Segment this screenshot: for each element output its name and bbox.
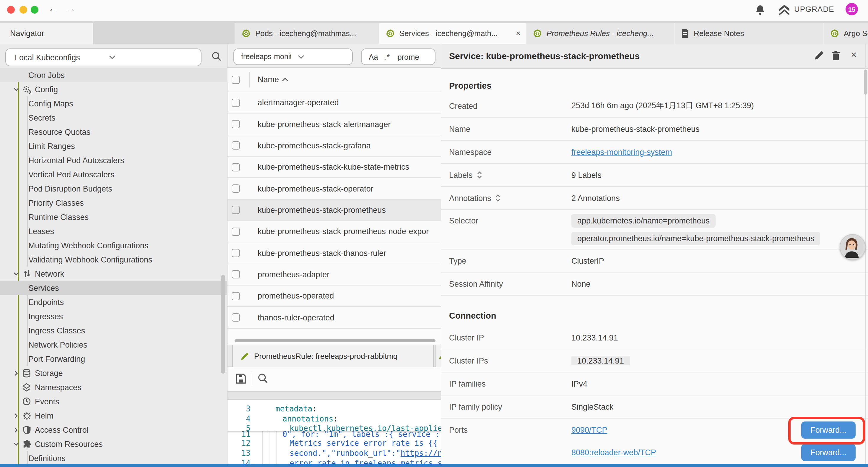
edit-pencil-icon[interactable] bbox=[814, 51, 824, 60]
sidebar-search-icon[interactable] bbox=[212, 52, 222, 61]
notification-count-badge[interactable]: 15 bbox=[845, 3, 858, 16]
sidebar-item-access-control[interactable]: Access Control bbox=[0, 423, 227, 437]
kubeconfig-selector[interactable]: Local Kubeconfigs bbox=[5, 49, 202, 66]
forward-button[interactable]: Forward... bbox=[801, 444, 856, 461]
sidebar-item-runtime-classes[interactable]: Runtime Classes bbox=[0, 210, 227, 224]
row-checkbox[interactable] bbox=[231, 98, 240, 107]
chevron-right-icon[interactable] bbox=[13, 370, 20, 376]
panel-scrollbar-thumb[interactable] bbox=[864, 70, 867, 95]
sidebar-item-network-policies[interactable]: Network Policies bbox=[0, 338, 227, 352]
yaml-editor[interactable]: 3metadata:4annotations:5kubectl.kubernet… bbox=[227, 400, 441, 465]
back-button[interactable]: ← bbox=[46, 3, 60, 15]
table-row[interactable]: kube-prometheus-stack-alertmanager bbox=[227, 114, 441, 135]
row-checkbox[interactable] bbox=[231, 227, 240, 236]
sidebar-item-namespaces[interactable]: Namespaces bbox=[0, 380, 227, 394]
row-checkbox[interactable] bbox=[231, 292, 240, 300]
row-checkbox[interactable] bbox=[231, 184, 240, 193]
tab-prometheus-rules-icecheng[interactable]: Prometheus Rules - icecheng... bbox=[526, 23, 675, 44]
sidebar-item-port-forwarding[interactable]: Port Forwarding bbox=[0, 352, 227, 366]
sidebar-item-vertical-pod-autoscalers[interactable]: Vertical Pod Autoscalers bbox=[0, 167, 227, 181]
tab-services-icecheng-math[interactable]: Services - icecheng@math...× bbox=[379, 23, 526, 44]
sidebar-item-mutating-webhook-configurations[interactable]: Mutating Webhook Configurations bbox=[0, 238, 227, 253]
sidebar-item-cron-jobs[interactable]: Cron Jobs bbox=[0, 68, 227, 82]
port-link[interactable]: 9090/TCP bbox=[571, 425, 608, 434]
row-checkbox[interactable] bbox=[231, 120, 240, 128]
zoom-window-button[interactable] bbox=[31, 6, 38, 13]
expand-toggle-icon[interactable] bbox=[495, 194, 501, 202]
sidebar-item-services[interactable]: Services bbox=[0, 281, 227, 295]
sort-ascending-icon[interactable] bbox=[282, 78, 288, 82]
forward-button[interactable]: Forward... bbox=[801, 421, 856, 438]
sidebar-item-network[interactable]: Network bbox=[0, 267, 227, 281]
table-row[interactable]: kube-prometheus-stack-grafana bbox=[227, 135, 441, 157]
sidebar-item-validating-webhook-configurations[interactable]: Validating Webhook Configurations bbox=[0, 253, 227, 267]
notifications-bell-icon[interactable] bbox=[755, 5, 765, 16]
sidebar-item-events[interactable]: Events bbox=[0, 394, 227, 408]
sidebar-item-ingresses[interactable]: Ingresses bbox=[0, 309, 227, 323]
sidebar-item-leases[interactable]: Leases bbox=[0, 224, 227, 238]
sidebar-item-definitions[interactable]: Definitions bbox=[0, 451, 227, 465]
table-row[interactable]: kube-prometheus-stack-kube-state-metrics bbox=[227, 157, 441, 178]
chevron-down-icon[interactable] bbox=[13, 441, 20, 447]
table-row[interactable]: alertmanager-operated bbox=[227, 92, 441, 114]
name-column-header[interactable]: Name bbox=[258, 75, 279, 84]
chevron-down-icon[interactable] bbox=[13, 270, 20, 277]
close-icon[interactable]: × bbox=[851, 49, 857, 61]
table-row[interactable]: kube-prometheus-stack-prometheus-node-ex… bbox=[227, 221, 441, 243]
upgrade-icon[interactable] bbox=[779, 4, 790, 16]
table-row[interactable]: kube-prometheus-stack-prometheus bbox=[227, 200, 441, 221]
property-value-link[interactable]: freeleaps-monitoring-system bbox=[571, 147, 672, 156]
editor-search-icon[interactable] bbox=[258, 373, 268, 384]
delete-trash-icon[interactable] bbox=[831, 51, 840, 61]
table-horizontal-scrollbar[interactable] bbox=[235, 339, 435, 342]
regex-toggle[interactable]: .* bbox=[384, 52, 390, 61]
table-row[interactable]: prometheus-operated bbox=[227, 286, 441, 307]
upgrade-label[interactable]: UPGRADE bbox=[794, 5, 834, 13]
sidebar-item-config[interactable]: Config bbox=[0, 82, 227, 96]
editor-tab-partial[interactable] bbox=[435, 345, 441, 367]
close-window-button[interactable] bbox=[7, 6, 15, 13]
table-row[interactable]: kube-prometheus-stack-thanos-ruler bbox=[227, 243, 441, 264]
row-checkbox[interactable] bbox=[231, 313, 240, 322]
sidebar-item-limit-ranges[interactable]: Limit Ranges bbox=[0, 139, 227, 153]
tab-argo-se[interactable]: Argo Se bbox=[823, 23, 868, 44]
chevron-right-icon[interactable] bbox=[13, 412, 20, 419]
table-row[interactable]: thanos-ruler-operated bbox=[227, 307, 441, 329]
expand-toggle-icon[interactable] bbox=[477, 171, 482, 179]
chevron-right-icon[interactable] bbox=[13, 427, 20, 433]
navigator-tab[interactable]: Navigator bbox=[0, 23, 93, 44]
table-row[interactable]: prometheus-adapter bbox=[227, 264, 441, 286]
row-checkbox[interactable] bbox=[231, 142, 240, 150]
sidebar-item-horizontal-pod-autoscalers[interactable]: Horizontal Pod Autoscalers bbox=[0, 153, 227, 167]
sidebar-item-config-maps[interactable]: Config Maps bbox=[0, 96, 227, 111]
sidebar-item-endpoints[interactable]: Endpoints bbox=[0, 295, 227, 309]
sidebar-item-helm[interactable]: Helm bbox=[0, 408, 227, 423]
sidebar-item-priority-classes[interactable]: Priority Classes bbox=[0, 196, 227, 210]
editor-tab[interactable]: PrometheusRule: freeleaps-prod-rabbitmq bbox=[232, 345, 434, 367]
resource-search-input[interactable]: Aa .* prome bbox=[361, 49, 435, 65]
tab-pods-icecheng-mathmas[interactable]: Pods - icecheng@mathmas... bbox=[235, 23, 379, 44]
port-link[interactable]: 8080:reloader-web/TCP bbox=[571, 448, 656, 457]
save-icon[interactable] bbox=[235, 373, 246, 384]
table-row[interactable]: kube-prometheus-stack-operator bbox=[227, 178, 441, 200]
close-tab-icon[interactable]: × bbox=[516, 28, 521, 38]
row-checkbox[interactable] bbox=[231, 270, 240, 279]
row-checkbox[interactable] bbox=[231, 163, 240, 171]
minimize-window-button[interactable] bbox=[19, 6, 27, 13]
row-checkbox[interactable] bbox=[231, 206, 240, 214]
sidebar-item-pod-disruption-budgets[interactable]: Pod Disruption Budgets bbox=[0, 181, 227, 196]
sidebar-item-ingress-classes[interactable]: Ingress Classes bbox=[0, 323, 227, 338]
sidebar-scrollbar[interactable] bbox=[221, 275, 225, 374]
forward-button[interactable]: → bbox=[64, 3, 78, 15]
sidebar-item-resource-quotas[interactable]: Resource Quotas bbox=[0, 125, 227, 139]
chevron-down-icon[interactable] bbox=[13, 86, 20, 92]
sidebar-item-secrets[interactable]: Secrets bbox=[0, 111, 227, 125]
namespace-selector[interactable]: freeleaps-monitoring-system bbox=[234, 49, 353, 65]
select-all-checkbox[interactable] bbox=[231, 76, 240, 84]
row-checkbox[interactable] bbox=[231, 249, 240, 257]
sidebar-item-storage[interactable]: Storage bbox=[0, 366, 227, 380]
sidebar-item-custom-resources[interactable]: Custom Resources bbox=[0, 437, 227, 451]
match-case-toggle[interactable]: Aa bbox=[369, 52, 378, 61]
tab-release-notes[interactable]: Release Notes bbox=[674, 23, 824, 44]
user-avatar[interactable] bbox=[840, 234, 866, 260]
